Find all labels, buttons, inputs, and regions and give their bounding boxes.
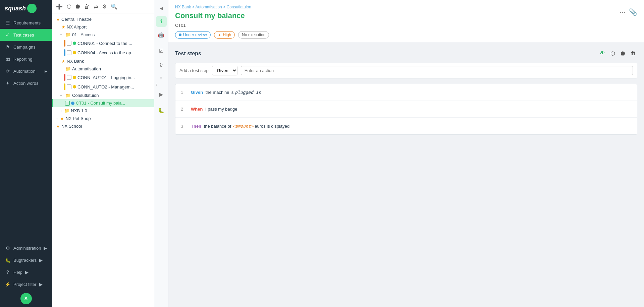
sidebar-item-administration[interactable]: ⚙ Administration ▶ <box>0 242 52 254</box>
test-icon <box>67 75 71 80</box>
step-content: Given the machine is plugged in <box>191 90 632 95</box>
step-action-input[interactable] <box>241 66 633 75</box>
delete-icon[interactable]: 🗑 <box>84 4 90 10</box>
sidebar-item-project-filter[interactable]: ⚡ Project filter ▶ <box>0 278 52 290</box>
admin-arrow: ▶ <box>44 246 47 251</box>
project-filter-arrow: ▶ <box>39 282 43 287</box>
test-icon <box>67 50 71 55</box>
view-btn[interactable]: 👁 <box>598 49 606 58</box>
favorite-star-icon: ★ <box>61 59 65 64</box>
steps-tab[interactable]: ≡ <box>156 72 167 83</box>
breadcrumb-automatisation[interactable]: Automatisation <box>195 5 222 9</box>
tree-item-consutlatuion[interactable]: − 📁 Consutlatuion <box>52 91 154 99</box>
info-tab[interactable]: ℹ <box>156 16 167 27</box>
sidebar-item-action-words[interactable]: ✦ Action words <box>0 77 52 89</box>
badge-dot <box>179 34 181 36</box>
logo: squash <box>0 0 52 17</box>
collapse-panel-btn[interactable]: ◀ <box>156 3 167 13</box>
copy-icon[interactable]: ⬡ <box>67 3 71 10</box>
breadcrumb-sep: > <box>192 5 196 9</box>
test-cases-icon: ✓ <box>5 32 11 38</box>
tree-item-conn04[interactable]: CONN04 - Access to the ap... <box>52 48 154 57</box>
tree-item-nx-airport[interactable]: − ★ NX Airport <box>52 23 154 31</box>
move-icon[interactable]: ⇄ <box>94 3 98 10</box>
tree-item-label: CONN_AUTO2 - Managem... <box>77 84 134 89</box>
tree-item-label: Automatisation <box>72 66 101 71</box>
tree-item-01-access[interactable]: − 📁 01 - Access <box>52 31 154 39</box>
table-row: 3 Then the balance of <amount> euros is … <box>175 118 637 134</box>
add-step-row: Add a test step Given When Then And But <box>175 63 637 78</box>
badge-label: Under review <box>183 33 207 37</box>
status-bar <box>64 74 65 81</box>
sidebar-item-campaigns[interactable]: ⚑ Campaigns <box>0 41 52 53</box>
step-text: the balance of <box>204 124 232 129</box>
tree-content: ★ Central Theatre − ★ NX Airport − 📁 01 … <box>52 13 154 307</box>
sidebar-item-label: Automation <box>13 69 36 74</box>
tree-item-conn01[interactable]: CONN01 - Connect to the ... <box>52 39 154 48</box>
tree-item-conn-auto1[interactable]: CONN_AUTO1 - Logging in... <box>52 73 154 82</box>
more-options-btn[interactable]: ⋯ <box>620 8 626 16</box>
badge-under-review[interactable]: Under review <box>175 31 211 39</box>
tree-item-nx-pet-shop[interactable]: + ★ NX Pet Shop <box>52 115 154 122</box>
help-arrow: ▶ <box>25 270 29 275</box>
paste-icon[interactable]: ⬟ <box>75 3 80 10</box>
logo-icon <box>27 4 37 13</box>
bug-tab[interactable]: 🐛 <box>156 105 167 116</box>
add-icon[interactable]: ➕ <box>56 3 63 10</box>
project-filter-icon: ⚡ <box>5 282 11 287</box>
step-number: 3 <box>181 124 191 129</box>
step-type-select[interactable]: Given When Then And But <box>212 66 237 75</box>
attachment-icon[interactable]: 📎 <box>629 8 637 16</box>
sidebar-item-help[interactable]: ? Help ▶ <box>0 266 52 278</box>
delete-btn[interactable]: 🗑 <box>629 49 637 58</box>
tree-item-nx-school[interactable]: ★ NX School <box>52 122 154 130</box>
section-actions: 👁 ⬡ ⬟ 🗑 <box>598 49 637 58</box>
settings-icon[interactable]: ⚙ <box>102 3 107 10</box>
badge-no-execution[interactable]: No execution <box>238 31 269 39</box>
tree-item-conn-auto2[interactable]: CONN_AUTO2 - Managem... <box>52 82 154 91</box>
badge-label: High <box>223 33 231 37</box>
page-subtitle: CT01 <box>175 23 620 28</box>
folder-icon: 📁 <box>65 66 71 71</box>
run-tab[interactable]: ▶ <box>156 89 167 100</box>
tree-item-label: Central Theatre <box>61 17 92 22</box>
tree-item-automatisation[interactable]: − 📁 Automatisation <box>52 65 154 73</box>
tree-item-label: NXB 1.0 <box>71 108 87 113</box>
checklist-tab[interactable]: ☑ <box>156 46 167 56</box>
tree-item-nx-bank[interactable]: − ★ NX Bank <box>52 57 154 65</box>
tree-item-label: CONN04 - Access to the ap... <box>77 50 135 55</box>
section-title: Test steps <box>175 51 201 57</box>
tree-toolbar: ➕ ⬡ ⬟ 🗑 ⇄ ⚙ 🔍 <box>52 0 154 13</box>
step-param: <amount> <box>232 124 254 129</box>
badge-high[interactable]: ▲ High <box>214 31 235 39</box>
sidebar-item-label: Test cases <box>13 33 34 38</box>
paste-btn[interactable]: ⬟ <box>619 49 627 58</box>
status-bar <box>64 83 65 90</box>
tree-item-label: CONN01 - Connect to the ... <box>77 41 132 46</box>
breadcrumb-consutlatuion[interactable]: Consutlatuion <box>226 5 251 9</box>
sidebar-item-test-cases[interactable]: ✓ Test cases <box>0 29 52 41</box>
robot-tab[interactable]: 🤖 <box>156 29 167 40</box>
automation-icon: ⟳ <box>5 68 11 74</box>
step-text-after: euros is displayed <box>255 124 289 129</box>
sidebar-item-bugtrackers[interactable]: 🐛 Bugtrackers ▶ <box>0 254 52 266</box>
sidebar-item-reporting[interactable]: ▦ Reporting <box>0 53 52 65</box>
code-tab[interactable]: {} <box>156 59 167 70</box>
tree-item-central-theatre[interactable]: ★ Central Theatre <box>52 15 154 23</box>
logo-text: squash <box>5 5 26 12</box>
collapse-icon: − <box>56 25 60 29</box>
sidebar: squash ☰ Requirements ✓ Test cases ⚑ Cam… <box>0 0 52 307</box>
sidebar-item-requirements[interactable]: ☰ Requirements <box>0 17 52 29</box>
copy-btn[interactable]: ⬡ <box>609 49 616 58</box>
status-bar <box>64 49 65 56</box>
bugtrackers-icon: 🐛 <box>5 257 11 263</box>
status-dot <box>73 76 76 79</box>
user-avatar[interactable]: S <box>20 293 32 304</box>
breadcrumb-nx-bank[interactable]: NX Bank <box>175 5 191 9</box>
collapse-icon: − <box>60 33 64 37</box>
search-icon[interactable]: 🔍 <box>111 3 117 10</box>
sidebar-item-automation[interactable]: ⟳ Automation ▶ <box>0 65 52 77</box>
tree-item-nxb-1-0[interactable]: + 📁 NXB 1.0 <box>52 107 154 115</box>
tree-item-ct01[interactable]: CT01 - Consult my bala... <box>52 99 154 107</box>
step-content: When I pass my badge <box>191 107 632 112</box>
